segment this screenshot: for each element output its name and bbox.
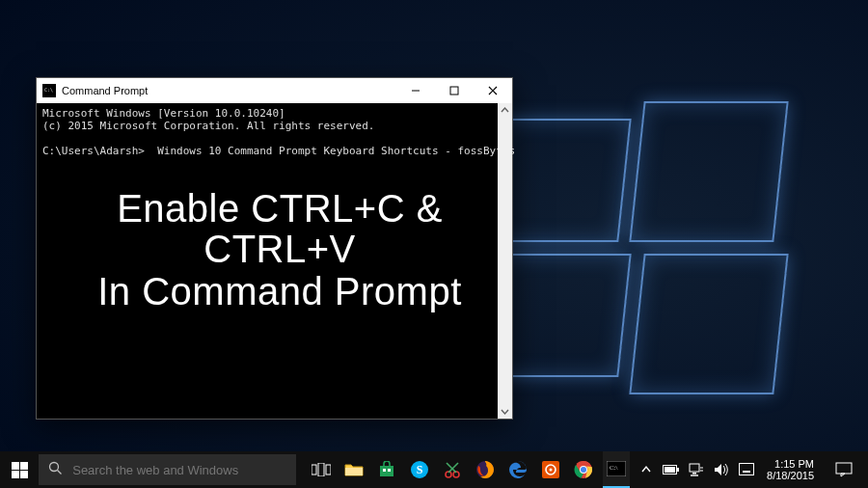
- clock-date: 8/18/2015: [767, 470, 814, 481]
- volume-icon: [714, 463, 729, 476]
- svg-point-4: [50, 462, 59, 471]
- taskbar: S C:\: [0, 451, 868, 488]
- skype-button[interactable]: S: [406, 451, 433, 488]
- svg-line-5: [58, 470, 62, 474]
- windows-logo-artwork: [492, 101, 781, 391]
- music-icon: [542, 461, 559, 478]
- skype-icon: S: [410, 460, 429, 479]
- scroll-up-button[interactable]: [498, 103, 512, 118]
- terminal-prompt-line: C:\Users\Adarsh> Windows 10 Command Prom…: [42, 145, 512, 157]
- overlay-caption: Enable CTRL+C & CTRL+V In Command Prompt: [58, 188, 502, 313]
- store-button[interactable]: [373, 451, 400, 488]
- search-box[interactable]: [39, 454, 296, 485]
- svg-rect-30: [665, 467, 675, 473]
- chrome-button[interactable]: [570, 451, 597, 488]
- windows-start-icon: [12, 462, 28, 478]
- terminal-prompt: C:\Users\Adarsh>: [42, 145, 145, 157]
- network-icon: [689, 463, 704, 476]
- caption-line-2: In Command Prompt: [58, 269, 502, 313]
- terminal-line-copyright: (c) 2015 Microsoft Corporation. All righ…: [42, 120, 512, 132]
- action-center-button[interactable]: [827, 451, 860, 488]
- terminal-line-version: Microsoft Windows [Version 10.0.10240]: [42, 107, 512, 120]
- chevron-up-icon: [641, 465, 651, 474]
- svg-rect-1: [450, 87, 458, 95]
- task-view-icon: [312, 463, 331, 476]
- file-explorer-icon: [344, 462, 364, 477]
- search-icon: [48, 461, 63, 479]
- svg-point-22: [550, 469, 553, 472]
- language-tray-button[interactable]: [738, 461, 755, 478]
- svg-rect-31: [690, 464, 699, 472]
- terminal-blank: [42, 132, 512, 145]
- svg-rect-7: [318, 463, 324, 476]
- file-explorer-button[interactable]: [340, 451, 367, 488]
- cmd-taskbar-button[interactable]: C:\: [603, 451, 630, 488]
- search-input[interactable]: [72, 463, 286, 477]
- svg-rect-8: [326, 465, 331, 474]
- svg-point-25: [581, 467, 586, 473]
- window-titlebar[interactable]: Command Prompt: [37, 78, 512, 103]
- cmd-icon: C:\: [607, 461, 626, 476]
- svg-text:S: S: [417, 463, 423, 476]
- close-button[interactable]: [474, 78, 512, 103]
- start-button[interactable]: [0, 451, 39, 488]
- svg-rect-29: [677, 468, 679, 472]
- terminal-typed-text: Windows 10 Command Prompt Keyboard Short…: [145, 145, 515, 157]
- svg-rect-42: [743, 471, 750, 473]
- scroll-down-button[interactable]: [498, 404, 512, 419]
- volume-tray-button[interactable]: [713, 461, 730, 478]
- cmd-app-icon: [42, 84, 56, 97]
- snipping-tool-icon: [443, 460, 462, 479]
- svg-marker-36: [715, 464, 721, 475]
- clock-time: 1:15 PM: [767, 458, 814, 470]
- notification-icon: [835, 462, 853, 477]
- firefox-icon: [475, 460, 495, 479]
- edge-icon: [508, 460, 528, 479]
- firefox-button[interactable]: [472, 451, 499, 488]
- edge-button[interactable]: [504, 451, 531, 488]
- svg-rect-43: [836, 463, 852, 474]
- svg-rect-6: [312, 465, 316, 474]
- svg-rect-10: [380, 466, 393, 476]
- snipping-tool-button[interactable]: [439, 451, 466, 488]
- svg-rect-12: [388, 469, 391, 472]
- battery-icon: [663, 464, 680, 475]
- music-button[interactable]: [537, 451, 564, 488]
- system-tray: 1:15 PM 8/18/2015: [630, 451, 868, 488]
- battery-tray-button[interactable]: [663, 461, 680, 478]
- task-view-button[interactable]: [308, 451, 335, 488]
- svg-rect-32: [692, 473, 696, 474]
- show-hidden-icons-button[interactable]: [637, 461, 655, 478]
- keyboard-icon: [739, 463, 754, 476]
- store-icon: [378, 461, 395, 478]
- svg-text:C:\: C:\: [610, 464, 618, 472]
- taskbar-pinned-apps: S C:\: [304, 451, 630, 488]
- chrome-icon: [574, 460, 593, 479]
- window-title: Command Prompt: [62, 85, 396, 96]
- maximize-button[interactable]: [435, 78, 474, 103]
- svg-rect-37: [740, 464, 754, 475]
- network-tray-button[interactable]: [688, 461, 705, 478]
- svg-rect-11: [383, 469, 386, 472]
- caption-line-1: Enable CTRL+C & CTRL+V: [58, 188, 502, 269]
- taskbar-clock[interactable]: 1:15 PM 8/18/2015: [763, 458, 820, 481]
- svg-rect-9: [345, 468, 363, 475]
- svg-marker-44: [841, 474, 845, 476]
- minimize-button[interactable]: [396, 78, 435, 103]
